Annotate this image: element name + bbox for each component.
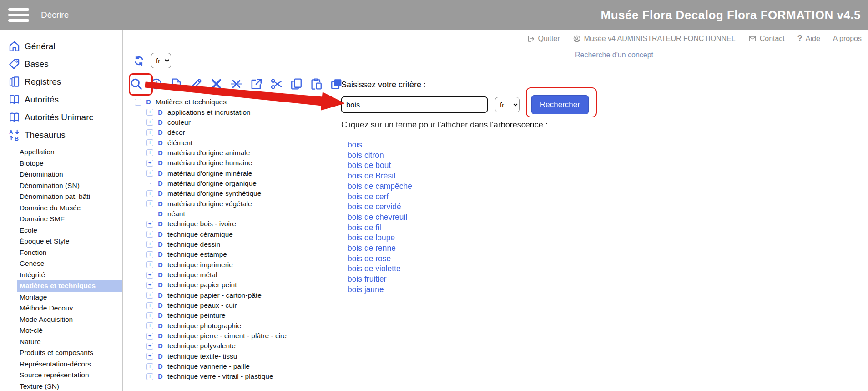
search-button[interactable] xyxy=(129,77,143,92)
search-result-link[interactable]: bois de Brésil xyxy=(348,171,614,181)
tree-expand-toggle[interactable] xyxy=(146,119,153,126)
tree-expand-toggle[interactable] xyxy=(146,373,153,380)
unlink-button[interactable] xyxy=(229,77,243,92)
tree-expand-toggle[interactable] xyxy=(135,99,141,106)
refresh-icon[interactable] xyxy=(133,55,145,67)
thesaurus-list-item[interactable]: Appellation xyxy=(17,147,122,158)
thesaurus-list-item[interactable]: Produits et composants xyxy=(17,347,122,359)
thesaurus-list-item[interactable]: Domaine du Musée xyxy=(17,203,122,214)
tree-node[interactable]: D Matières et techniques xyxy=(134,97,287,107)
search-result-link[interactable]: bois de campêche xyxy=(348,181,614,192)
tree-node[interactable]: D décor xyxy=(134,127,287,137)
tree-node[interactable]: D matériau d'origine synthétique xyxy=(134,188,287,198)
tree-node[interactable]: D technique imprimerie xyxy=(134,260,287,270)
tree-expand-toggle[interactable] xyxy=(146,221,153,228)
tree-node[interactable]: D technique peinture xyxy=(134,310,287,320)
thesaurus-list-item[interactable]: Nature xyxy=(17,336,122,348)
tree-expand-toggle[interactable] xyxy=(146,109,153,116)
tree-node[interactable]: D technique polyvalente xyxy=(134,341,287,351)
tree-node[interactable]: D matériau d'origine organique xyxy=(134,178,287,188)
sidebar-nav-item[interactable]: Général xyxy=(0,37,122,55)
tree-node[interactable]: D élément xyxy=(134,137,287,147)
search-result-link[interactable]: bois de cervidé xyxy=(348,202,614,212)
hamburger-menu-icon[interactable] xyxy=(8,8,29,22)
delete-button[interactable] xyxy=(209,77,223,92)
tree-expand-toggle[interactable] xyxy=(146,210,153,217)
tree-node[interactable]: D technique verre - vitrail - plastique xyxy=(134,371,287,381)
open-external-button[interactable] xyxy=(249,77,263,92)
tree-node[interactable]: D technique pierre - ciment - plâtre - c… xyxy=(134,331,287,341)
tree-node[interactable]: D matériau d'origine végétale xyxy=(134,198,287,208)
copy-button[interactable] xyxy=(289,77,303,92)
thesaurus-list-item[interactable]: Domaine SMF xyxy=(17,213,122,225)
contact-link[interactable]: Contact xyxy=(748,35,785,43)
tree-node[interactable]: D technique métal xyxy=(134,270,287,280)
thesaurus-list-item[interactable]: Mot-clé xyxy=(17,325,122,336)
tree-expand-toggle[interactable] xyxy=(146,261,153,268)
tree-expand-toggle[interactable] xyxy=(146,200,153,207)
sidebar-nav-item[interactable]: Autorités Unimarc xyxy=(0,108,122,126)
tree-node[interactable]: D technique peaux - cuir xyxy=(134,300,287,310)
search-result-link[interactable]: bois de bout xyxy=(348,160,614,171)
sidebar-nav-item[interactable]: Registres xyxy=(0,73,122,91)
thesaurus-list-item[interactable]: Dénomination pat. bâti xyxy=(17,191,122,203)
tree-expand-toggle[interactable] xyxy=(146,333,153,340)
tree-expand-toggle[interactable] xyxy=(146,170,153,177)
tree-node[interactable]: D technique textile- tissu xyxy=(134,351,287,361)
search-result-link[interactable]: bois de cerf xyxy=(348,192,614,202)
search-result-link[interactable]: bois citron xyxy=(348,150,614,161)
tree-node[interactable]: D technique papier peint xyxy=(134,280,287,290)
edit-button[interactable] xyxy=(189,77,203,92)
thesaurus-list-item[interactable]: Genèse xyxy=(17,258,122,269)
thesaurus-list-item[interactable]: Dénomination (SN) xyxy=(17,180,122,192)
tree-language-select[interactable]: fr xyxy=(151,53,171,68)
tree-expand-toggle[interactable] xyxy=(146,139,153,146)
tree-node[interactable]: D matériau d'origine minérale xyxy=(134,168,287,178)
criteria-input[interactable] xyxy=(341,96,488,113)
thesaurus-list-item[interactable]: Matières et techniques xyxy=(17,280,122,292)
tree-node[interactable]: D matériau d'origine humaine xyxy=(134,158,287,168)
tree-node[interactable]: D technique papier - carton-pâte xyxy=(134,290,287,300)
thesaurus-list-item[interactable]: Dénomination xyxy=(17,169,122,180)
search-result-link[interactable]: bois de chevreuil xyxy=(348,212,614,223)
account-link[interactable]: Musée v4 ADMINISTRATEUR FONCTIONNEL xyxy=(573,35,736,43)
tree-node[interactable]: D applications et incrustation xyxy=(134,107,287,117)
add-concept-button[interactable] xyxy=(149,77,163,92)
tree-node[interactable]: D couleur xyxy=(134,117,287,127)
thesaurus-list-item[interactable]: Ecole xyxy=(17,225,122,236)
tree-expand-toggle[interactable] xyxy=(146,292,153,299)
thesaurus-list-item[interactable]: Époque et Style xyxy=(17,236,122,247)
thesaurus-list-item[interactable]: Intégrité xyxy=(17,269,122,281)
search-result-link[interactable]: bois de fil xyxy=(348,223,614,233)
tree-expand-toggle[interactable] xyxy=(146,160,153,167)
tree-expand-toggle[interactable] xyxy=(146,251,153,258)
tree-expand-toggle[interactable] xyxy=(146,302,153,309)
tree-expand-toggle[interactable] xyxy=(146,231,153,238)
search-result-link[interactable]: bois fruitier xyxy=(348,274,614,284)
thesaurus-list-item[interactable]: Méthode Decouv. xyxy=(17,303,122,314)
tree-expand-toggle[interactable] xyxy=(146,190,153,197)
thesaurus-list-item[interactable]: Représentation-décors xyxy=(17,359,122,370)
tree-node[interactable]: D technique bois - ivoire xyxy=(134,219,287,229)
search-language-select[interactable]: fr xyxy=(495,97,520,112)
help-link[interactable]: ? Aide xyxy=(797,34,820,43)
tree-expand-toggle[interactable] xyxy=(146,322,153,329)
thesaurus-list-item[interactable]: Montage xyxy=(17,292,122,303)
thesaurus-list-item[interactable]: Texture (SN) xyxy=(17,381,122,391)
thesaurus-list-item[interactable]: Mode Acquisition xyxy=(17,314,122,325)
tree-expand-toggle[interactable] xyxy=(146,272,153,279)
tree-node[interactable]: D néant xyxy=(134,209,287,219)
tree-expand-toggle[interactable] xyxy=(146,282,153,289)
tree-expand-toggle[interactable] xyxy=(146,180,153,187)
tree-expand-toggle[interactable] xyxy=(146,149,153,156)
search-result-link[interactable]: bois de violette xyxy=(348,264,614,274)
sidebar-nav-item[interactable]: Bases xyxy=(0,55,122,73)
search-button[interactable]: Rechercher xyxy=(531,95,589,114)
tree-expand-toggle[interactable] xyxy=(146,343,153,350)
search-result-link[interactable]: bois de loupe xyxy=(348,233,614,243)
about-link[interactable]: A propos xyxy=(833,35,862,43)
tree-node[interactable]: D matériau d'origine animale xyxy=(134,148,287,158)
tree-expand-toggle[interactable] xyxy=(146,353,153,360)
tree-node[interactable]: D technique céramique xyxy=(134,229,287,239)
search-result-link[interactable]: bois xyxy=(348,140,614,150)
